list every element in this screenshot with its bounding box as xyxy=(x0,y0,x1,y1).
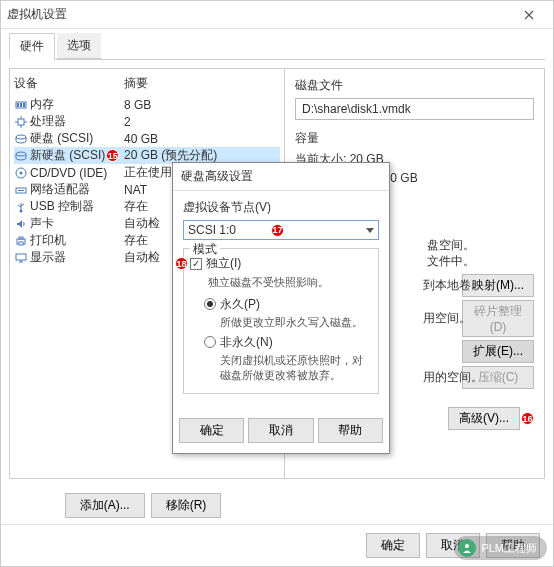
advanced-button[interactable]: 高级(V)... xyxy=(448,407,520,430)
modal-help-button[interactable]: 帮助 xyxy=(318,418,383,443)
nonpermanent-radio[interactable] xyxy=(204,336,216,348)
permanent-label: 永久(P) xyxy=(220,296,260,313)
svg-rect-1 xyxy=(17,103,19,107)
header-summary: 摘要 xyxy=(124,75,280,92)
add-button[interactable]: 添加(A)... xyxy=(65,493,145,518)
printer-icon xyxy=(14,235,28,247)
independent-desc: 独立磁盘不受快照影响。 xyxy=(208,275,370,290)
usbctrl-icon xyxy=(14,201,28,213)
vnode-select[interactable]: SCSI 1:0 17 xyxy=(183,220,379,240)
svg-rect-20 xyxy=(19,237,23,239)
capacity-label: 容量 xyxy=(295,130,534,147)
modal-body: 虚拟设备节点(V) SCSI 1:0 17 模式 18 ✓ 独立(I) 独立磁盘… xyxy=(173,191,389,410)
processor-icon xyxy=(14,116,28,128)
device-name: 声卡 xyxy=(30,215,54,232)
list-header: 设备 摘要 xyxy=(14,73,280,96)
disk-file-label: 磁盘文件 xyxy=(295,77,534,94)
cddvd-icon xyxy=(14,167,28,179)
device-name: 新硬盘 (SCSI) xyxy=(30,147,105,164)
device-name: 显示器 xyxy=(30,249,66,266)
svg-point-25 xyxy=(465,544,469,548)
map-label: 到本地卷。 xyxy=(423,277,483,294)
badge-16: 16 xyxy=(521,412,534,425)
settings-window: 虚拟机设置 硬件 选项 设备 摘要 内存8 GB处理器2硬盘 (SCSI)40 … xyxy=(0,0,554,567)
remove-button[interactable]: 移除(R) xyxy=(151,493,222,518)
device-name: 硬盘 (SCSI) xyxy=(30,130,93,147)
modal-ok-button[interactable]: 确定 xyxy=(179,418,244,443)
svg-point-10 xyxy=(16,152,26,156)
device-row-hdd-scsi[interactable]: 硬盘 (SCSI)40 GB xyxy=(14,130,280,147)
device-summary: 2 xyxy=(124,115,280,129)
device-summary: 40 GB xyxy=(124,132,280,146)
memory-icon xyxy=(14,99,28,111)
modal-cancel-button[interactable]: 取消 xyxy=(248,418,313,443)
permanent-row[interactable]: 永久(P) xyxy=(204,296,370,313)
close-icon[interactable] xyxy=(511,3,547,27)
expand-button[interactable]: 扩展(E)... xyxy=(462,340,534,363)
device-name: CD/DVD (IDE) xyxy=(30,166,107,180)
left-footer: 添加(A)... 移除(R) xyxy=(1,487,285,524)
new-hdd-scsi-icon xyxy=(14,150,28,162)
svg-rect-3 xyxy=(23,103,25,107)
device-summary: 8 GB xyxy=(124,98,280,112)
tab-options[interactable]: 选项 xyxy=(57,33,101,59)
permanent-desc: 所做更改立即永久写入磁盘。 xyxy=(220,315,370,330)
disk-file-path[interactable]: D:\share\disk1.vmdk xyxy=(295,98,534,120)
tabbar: 硬件 选项 xyxy=(9,33,545,60)
chevron-down-icon xyxy=(366,228,374,237)
svg-rect-2 xyxy=(20,103,22,107)
nonpermanent-label: 非永久(N) xyxy=(220,334,273,351)
svg-rect-4 xyxy=(18,119,24,125)
advanced-dialog: 硬盘高级设置 虚拟设备节点(V) SCSI 1:0 17 模式 18 ✓ 独立(… xyxy=(172,162,390,454)
permanent-radio[interactable] xyxy=(204,298,216,310)
soundcard-icon xyxy=(14,218,28,230)
watermark-text: PLM工程师 xyxy=(481,541,537,556)
device-row-memory[interactable]: 内存8 GB xyxy=(14,96,280,113)
nonpermanent-row[interactable]: 非永久(N) xyxy=(204,334,370,351)
titlebar: 虚拟机设置 xyxy=(1,1,553,29)
svg-point-9 xyxy=(16,135,26,139)
modal-footer: 确定 取消 帮助 xyxy=(173,410,389,453)
partial-text-2: 文件中。 xyxy=(427,253,475,270)
device-name: 网络适配器 xyxy=(30,181,90,198)
tab-hardware[interactable]: 硬件 xyxy=(9,33,55,60)
mode-label: 模式 xyxy=(190,241,220,258)
device-name: 处理器 xyxy=(30,113,66,130)
svg-rect-22 xyxy=(16,254,26,260)
watermark: PLM工程师 xyxy=(454,536,547,560)
device-row-processor[interactable]: 处理器2 xyxy=(14,113,280,130)
defrag-button[interactable]: 碎片整理(D) xyxy=(462,300,534,337)
vnode-value: SCSI 1:0 xyxy=(188,223,270,237)
partial-text-1: 盘空间。 xyxy=(427,237,475,254)
badge-18: 18 xyxy=(175,257,188,270)
device-name: 打印机 xyxy=(30,232,66,249)
netadapter-icon xyxy=(14,184,28,196)
hdd-scsi-icon xyxy=(14,133,28,145)
svg-point-12 xyxy=(20,171,23,174)
vnode-label: 虚拟设备节点(V) xyxy=(183,199,379,216)
window-title: 虚拟机设置 xyxy=(7,6,511,23)
watermark-avatar xyxy=(458,539,476,557)
ok-button[interactable]: 确定 xyxy=(366,533,420,558)
badge-15: 15 xyxy=(106,149,119,162)
defrag-label: 用空间。 xyxy=(423,310,471,327)
nonpermanent-desc: 关闭虚拟机或还原快照时，对磁盘所做更改将被放弃。 xyxy=(220,353,370,383)
compact-label: 用的空间。 xyxy=(423,369,483,386)
modal-title: 硬盘高级设置 xyxy=(173,163,389,191)
badge-17: 17 xyxy=(271,224,284,237)
display-icon xyxy=(14,252,28,264)
independent-checkbox[interactable]: ✓ xyxy=(190,258,202,270)
mode-fieldset: 模式 18 ✓ 独立(I) 独立磁盘不受快照影响。 永久(P) 所做更改立即永久… xyxy=(183,248,379,394)
device-name: USB 控制器 xyxy=(30,198,94,215)
svg-rect-14 xyxy=(18,190,24,191)
device-name: 内存 xyxy=(30,96,54,113)
header-device: 设备 xyxy=(14,75,124,92)
svg-rect-21 xyxy=(19,242,23,245)
